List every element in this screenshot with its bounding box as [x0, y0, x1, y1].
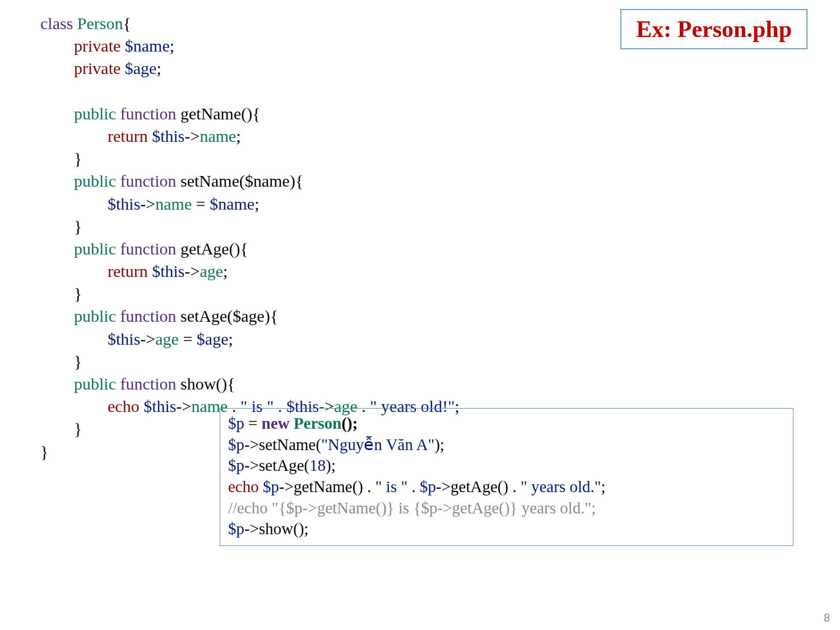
comment-line: //echo "{$p->getName()} is {$p->getAge()…	[228, 499, 596, 517]
assign: =	[244, 414, 262, 432]
param-age: ($age)	[227, 307, 270, 325]
var-name: $name	[210, 194, 254, 213]
brace: {	[227, 374, 235, 393]
prop-age: age	[155, 330, 179, 348]
page-number: 8	[824, 612, 830, 624]
parens: ()	[293, 520, 304, 538]
keyword-private: private	[74, 36, 120, 55]
parens: ()	[498, 478, 508, 495]
string-yearsold: " years old."	[521, 478, 601, 495]
string-name-arg: "Nguyễn Văn A"	[321, 436, 434, 453]
call-getname: getName	[294, 478, 352, 495]
var-this: $this	[143, 397, 176, 415]
parens: ()	[216, 374, 227, 393]
arrow: ->	[436, 478, 451, 495]
assign: =	[192, 194, 210, 213]
var-age: $age	[197, 330, 229, 348]
class-person: Person	[294, 414, 341, 432]
var-p: $p	[420, 478, 436, 495]
var-p: $p	[228, 414, 244, 432]
arrow: ->	[140, 194, 155, 213]
semi: ;	[223, 262, 228, 280]
brace: }	[40, 442, 48, 461]
keyword-function: function	[120, 172, 177, 190]
string-is: " is "	[375, 478, 408, 495]
arrow: ->	[185, 262, 200, 280]
keyword-public: public	[74, 374, 116, 393]
brace: {	[270, 307, 278, 325]
keyword-function: function	[120, 104, 177, 123]
parens-semi: ();	[341, 414, 358, 432]
brace: {	[123, 14, 131, 33]
var-p: $p	[228, 436, 244, 453]
code-block-main: class Person{ private $name; private $ag…	[40, 12, 460, 463]
snippet-box: $p = new Person(); $p->setName("Nguyễn V…	[220, 408, 793, 546]
prop-name: name	[155, 194, 192, 213]
title-box: Ex: Person.php	[620, 9, 807, 49]
parens: ()	[352, 478, 363, 495]
call-setage: setAge	[259, 456, 304, 474]
keyword-public: public	[74, 307, 116, 325]
semi: ;	[236, 127, 240, 145]
var-name: $name	[125, 36, 170, 55]
var-p: $p	[228, 456, 244, 474]
keyword-return: return	[108, 127, 148, 145]
prop-age: age	[199, 262, 223, 280]
prop-name: name	[199, 127, 236, 145]
paren-semi: );	[326, 456, 336, 474]
arrow: ->	[177, 397, 192, 415]
semi: ;	[304, 520, 309, 538]
var-this: $this	[152, 262, 184, 280]
keyword-function: function	[120, 374, 177, 393]
call-setname: setName	[259, 436, 315, 453]
dot: .	[363, 478, 375, 495]
class-name: Person	[77, 14, 123, 33]
fn-getage: getAge	[180, 239, 229, 258]
brace: }	[74, 284, 82, 303]
dot: .	[508, 478, 521, 495]
keyword-echo: echo	[228, 478, 259, 495]
paren: (	[304, 456, 310, 474]
keyword-public: public	[74, 172, 116, 190]
fn-show: show	[180, 374, 216, 393]
brace: }	[74, 149, 82, 168]
assign: =	[179, 330, 197, 348]
parens: ()	[241, 104, 252, 123]
var-this: $this	[108, 330, 140, 348]
call-getage: getAge	[451, 478, 498, 495]
keyword-class: class	[40, 14, 73, 33]
arrow: ->	[279, 478, 294, 495]
brace: }	[74, 419, 82, 438]
brace: }	[74, 352, 82, 370]
semi: ;	[156, 59, 161, 77]
param-name: ($name)	[239, 172, 295, 190]
keyword-new: new	[262, 414, 290, 432]
brace: {	[252, 104, 260, 123]
semi: ;	[601, 478, 606, 495]
var-this: $this	[152, 127, 184, 145]
keyword-function: function	[120, 239, 177, 258]
brace: }	[74, 217, 82, 235]
number-age-arg: 18	[309, 456, 326, 474]
arrow: ->	[244, 456, 259, 474]
var-p: $p	[228, 520, 244, 538]
keyword-public: public	[74, 239, 116, 258]
keyword-echo: echo	[108, 397, 140, 415]
call-show: show	[259, 520, 293, 538]
keyword-public: public	[74, 104, 116, 123]
keyword-function: function	[120, 307, 177, 325]
fn-getname: getName	[180, 104, 241, 123]
semi: ;	[254, 194, 259, 213]
brace: {	[295, 172, 303, 190]
keyword-private: private	[74, 59, 120, 77]
paren-semi: );	[434, 436, 444, 453]
paren: (	[315, 436, 321, 453]
semi: ;	[228, 330, 233, 348]
var-this: $this	[108, 194, 140, 213]
brace: {	[240, 239, 248, 258]
parens: ()	[229, 239, 240, 258]
dot: .	[407, 478, 420, 495]
fn-setage: setAge	[180, 307, 227, 325]
arrow: ->	[244, 520, 259, 538]
keyword-return: return	[108, 262, 148, 280]
